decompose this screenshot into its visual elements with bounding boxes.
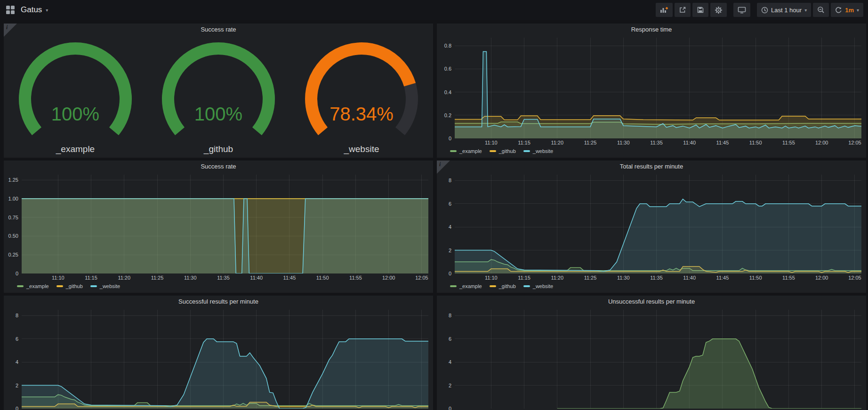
y-tick-label: 6 <box>449 201 451 207</box>
legend-swatch <box>523 150 530 152</box>
legend-item-_example[interactable]: _example <box>450 283 482 289</box>
panel-unsuccessful-results: Unsuccessful results per minute 02468 11… <box>437 296 866 410</box>
x-tick-label: 12:00 <box>815 140 828 145</box>
gauge-label: _website <box>290 144 433 154</box>
legend-swatch <box>56 285 63 287</box>
y-tick-label: 1.25 <box>8 177 18 183</box>
gauge-row: 100%_example100%_github78.34%_website <box>4 36 433 158</box>
time-range-label: Last 1 hour <box>771 7 802 14</box>
x-axis: 11:1011:1511:2011:2511:3011:3511:4011:45… <box>22 273 428 281</box>
x-tick-label: 11:10 <box>485 140 498 145</box>
plot-area[interactable] <box>22 175 428 273</box>
tv-icon <box>738 6 746 14</box>
legend-label: _github <box>66 283 83 289</box>
x-tick-label: 11:40 <box>683 140 696 145</box>
legend-swatch <box>450 150 457 152</box>
x-tick-label: 11:30 <box>617 275 630 281</box>
panel-title[interactable]: Response time <box>437 24 866 36</box>
apps-grid-icon[interactable] <box>6 5 15 15</box>
panel-title[interactable]: Unsuccessful results per minute <box>437 296 866 308</box>
y-tick-label: 0 <box>16 271 18 276</box>
y-tick-label: 2 <box>449 383 451 388</box>
x-tick-label: 11:30 <box>617 140 630 145</box>
panel-info-icon[interactable]: i <box>4 24 17 37</box>
plot-area[interactable] <box>455 38 861 138</box>
panel-response-time: Response time 00.20.40.60.8 11:1011:1511… <box>437 24 866 158</box>
zoom-out-button[interactable] <box>813 3 829 17</box>
x-tick-label: 12:00 <box>815 275 828 281</box>
y-tick-label: 0.8 <box>444 43 451 48</box>
x-tick-label: 11:40 <box>250 275 263 281</box>
panel-title[interactable]: Total results per minute <box>437 161 866 173</box>
x-tick-label: 11:20 <box>118 275 130 281</box>
panel-title[interactable]: Successful results per minute <box>4 296 433 308</box>
x-tick-label: 11:10 <box>52 275 64 281</box>
add-panel-button[interactable] <box>656 3 673 17</box>
save-button[interactable] <box>692 3 708 17</box>
legend-item-_example[interactable]: _example <box>450 148 482 154</box>
legend-label: _website <box>100 283 120 289</box>
legend-item-_github[interactable]: _github <box>56 283 83 289</box>
plot-area[interactable] <box>455 310 861 409</box>
plot-svg <box>455 38 861 138</box>
x-tick-label: 12:05 <box>848 140 861 145</box>
gauge-_github: 100%_github <box>147 41 290 154</box>
settings-button[interactable] <box>710 3 727 17</box>
clock-icon <box>761 7 768 14</box>
legend-swatch <box>523 285 530 287</box>
refresh-icon <box>835 7 842 14</box>
legend-label: _website <box>533 148 553 154</box>
plot-svg <box>22 175 428 273</box>
y-tick-label: 8 <box>449 313 451 318</box>
gauge-svg: 100% <box>4 41 147 141</box>
y-tick-label: 4 <box>16 359 18 365</box>
x-tick-label: 11:25 <box>584 140 597 145</box>
legend-item-_website[interactable]: _website <box>523 283 553 289</box>
y-tick-label: 0.75 <box>8 215 18 220</box>
gauge-value: 100% <box>51 104 99 124</box>
y-tick-label: 8 <box>16 313 18 318</box>
x-tick-label: 11:35 <box>217 275 230 281</box>
dashboard-grid: i Success rate 100%_example100%_github78… <box>0 20 868 410</box>
plot-area[interactable] <box>22 310 428 409</box>
series-fill-_website <box>455 199 861 273</box>
y-axis: 02468 <box>441 175 455 273</box>
series-fill-_website <box>557 339 861 409</box>
y-tick-label: 0.25 <box>8 252 18 257</box>
legend-item-_website[interactable]: _website <box>523 148 553 154</box>
gauge-_example: 100%_example <box>4 41 147 154</box>
legend-label: _github <box>499 283 516 289</box>
legend-swatch <box>90 285 97 287</box>
x-tick-label: 12:05 <box>848 275 861 281</box>
gauge-value: 78.34% <box>330 104 394 124</box>
dashboard-title-dropdown[interactable]: Gatus ▾ <box>21 5 48 15</box>
refresh-picker[interactable]: 1m ▾ <box>831 3 863 17</box>
x-tick-label: 11:30 <box>184 275 197 281</box>
plot-area[interactable] <box>455 175 861 273</box>
legend-swatch <box>450 285 457 287</box>
save-icon <box>697 6 704 14</box>
x-tick-label: 11:55 <box>349 275 362 281</box>
legend-item-_website[interactable]: _website <box>90 283 120 289</box>
cycle-view-button[interactable] <box>733 3 750 17</box>
legend-item-_example[interactable]: _example <box>17 283 49 289</box>
x-axis: 11:1011:1511:2011:2511:3011:3511:4011:45… <box>455 138 861 146</box>
x-tick-label: 11:50 <box>749 140 762 145</box>
panel-info-icon[interactable]: i <box>437 161 450 174</box>
gauge-value: 100% <box>194 104 242 124</box>
legend-item-_github[interactable]: _github <box>490 148 516 154</box>
time-range-picker[interactable]: Last 1 hour ▾ <box>757 3 811 17</box>
panel-title[interactable]: Success rate <box>4 24 433 36</box>
panel-title[interactable]: Success rate <box>4 161 433 173</box>
x-tick-label: 11:10 <box>485 275 498 281</box>
share-button[interactable] <box>675 3 691 17</box>
legend-swatch <box>17 285 24 287</box>
y-axis: 02468 <box>441 310 455 409</box>
caret-down-icon: ▾ <box>46 8 48 13</box>
x-tick-label: 11:55 <box>782 275 795 281</box>
y-tick-label: 6 <box>449 336 451 342</box>
legend-item-_github[interactable]: _github <box>490 283 516 289</box>
x-tick-label: 12:00 <box>382 275 395 281</box>
y-tick-label: 0 <box>16 406 18 410</box>
plot-svg <box>22 310 428 409</box>
